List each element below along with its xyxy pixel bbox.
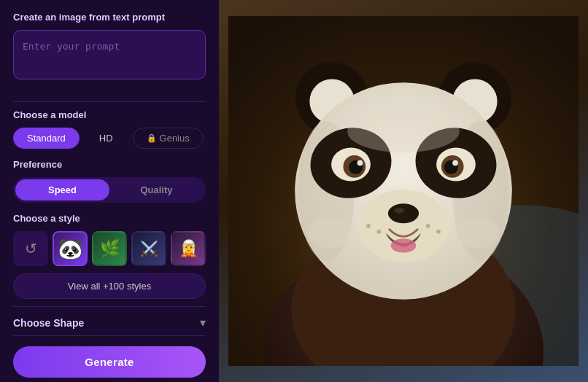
shape-title: Choose Shape (13, 317, 84, 329)
pref-speed-button[interactable]: Speed (15, 179, 109, 200)
style-thumbnails: ↺ (13, 231, 206, 266)
model-buttons: Standard HD 🔒 Genius (13, 128, 206, 149)
preference-title: Preference (13, 159, 206, 170)
lock-icon: 🔒 (147, 133, 157, 143)
style-title: Choose a style (13, 213, 206, 224)
style-section: Choose a style ↺ View all +100 styles (13, 213, 206, 299)
view-all-styles-button[interactable]: View all +100 styles (13, 273, 206, 299)
style-portrait-thumb[interactable] (171, 231, 206, 266)
right-panel (219, 0, 588, 382)
prompt-section: Create an image from text prompt (13, 12, 206, 82)
left-panel: Create an image from text prompt Choose … (0, 0, 219, 382)
prompt-title: Create an image from text prompt (13, 12, 206, 23)
shape-section: Choose Shape ▾ (13, 306, 206, 336)
model-genius-button[interactable]: 🔒 Genius (133, 128, 204, 149)
model-hd-button[interactable]: HD (85, 128, 127, 149)
style-warrior-thumb[interactable] (131, 231, 166, 266)
model-title: Choose a model (13, 109, 206, 120)
model-section: Choose a model Standard HD 🔒 Genius (13, 109, 206, 149)
style-nature-thumb[interactable] (92, 231, 127, 266)
svg-point-32 (295, 82, 512, 300)
pref-quality-button[interactable]: Quality (109, 179, 204, 200)
model-standard-button[interactable]: Standard (13, 128, 80, 149)
panda-image (219, 0, 588, 382)
reset-icon: ↺ (25, 240, 37, 257)
style-panda-thumb[interactable] (53, 231, 88, 266)
generate-button[interactable]: Generate (13, 346, 206, 378)
prompt-input[interactable] (13, 30, 206, 79)
preference-section: Preference Speed Quality (13, 159, 206, 203)
style-reset-thumb[interactable]: ↺ (13, 231, 48, 266)
chevron-down-icon: ▾ (200, 316, 206, 330)
preference-buttons: Speed Quality (13, 177, 206, 203)
shape-header[interactable]: Choose Shape ▾ (13, 306, 206, 336)
divider-1 (13, 101, 206, 102)
